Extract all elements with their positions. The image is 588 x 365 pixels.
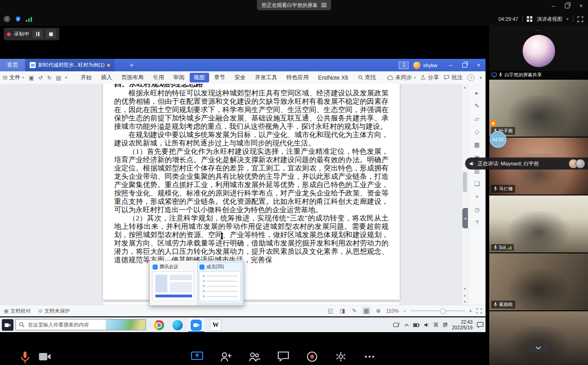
web-view-icon[interactable]: ⊕ — [375, 307, 382, 315]
wps-minimize-button[interactable]: – — [444, 59, 458, 71]
preview-thumbnail[interactable] — [199, 271, 241, 301]
preview-thumbnail[interactable] — [153, 271, 194, 301]
zoom-knob[interactable] — [440, 308, 446, 314]
zoom-in-button[interactable]: + — [469, 308, 472, 314]
print-icon[interactable]: ▤ — [56, 75, 61, 81]
sidebar-scroll-down-button[interactable] — [528, 343, 549, 352]
close-button[interactable]: × — [574, 0, 588, 12]
account-chip[interactable]: shykw — [413, 62, 437, 69]
restore-button[interactable] — [560, 0, 574, 12]
preview-window-meeting[interactable]: 腾讯会议 — [151, 262, 195, 304]
redo-icon[interactable]: ↻ — [47, 75, 51, 81]
protection-button[interactable]: ⊘ 文档未保护 — [38, 308, 70, 315]
note-tool-icon[interactable]: ❏ — [474, 180, 480, 187]
page-view-icon[interactable]: ▤ — [362, 307, 370, 315]
ribbon-tab-endnote[interactable]: EndNote X6 — [314, 74, 352, 82]
banner-menu-icon[interactable] — [321, 5, 326, 6]
zoom-slider[interactable] — [410, 310, 465, 311]
scroll-down-icon[interactable]: ▾ — [464, 285, 466, 292]
file-menu-button[interactable]: 文件 ▾ — [3, 74, 24, 82]
prev-page-icon[interactable]: ▴ — [464, 292, 466, 298]
preview-window-members[interactable]: 成员(35) — [198, 262, 242, 304]
ribbon-tab-view[interactable]: 视图 — [190, 73, 209, 82]
camera-toggle-button[interactable] — [39, 351, 51, 363]
tile-participant[interactable]: 叶子雨 — [489, 80, 588, 137]
help-tool-icon[interactable]: ? — [475, 219, 479, 226]
security-shield-icon[interactable] — [15, 16, 21, 22]
edit-mode-icon[interactable]: ✎ — [351, 307, 358, 315]
qat-caret-icon[interactable]: ▾ — [65, 76, 67, 80]
zoom-out-button[interactable]: − — [403, 308, 406, 314]
proofread-button[interactable]: ▣ 文档校对 — [4, 308, 31, 315]
chat-button[interactable] — [277, 351, 289, 363]
document-page[interactable]: 四、永旺村规划的理念思路 根据永旺村的特征可以发现这种城郊型村庄具有空间区域、经… — [103, 84, 400, 300]
settings-button[interactable] — [335, 351, 347, 363]
taskbar-chrome-icon[interactable] — [151, 318, 167, 332]
taskbar-edge-icon[interactable] — [170, 318, 185, 332]
view-mode-button[interactable]: 演讲者视图 — [537, 16, 562, 23]
tile-participant[interactable] — [489, 311, 588, 365]
fit-page-icon[interactable]: ◱ — [326, 307, 334, 315]
ribbon-tab-review[interactable]: 审阅 — [169, 73, 189, 82]
document-scrollbar[interactable]: ▴ ▾ ▴ ▾ — [461, 84, 468, 305]
ribbon-tab-page-layout[interactable]: 页面布局 — [117, 73, 148, 82]
save-icon[interactable]: ▣ — [29, 75, 34, 81]
table-tool-icon[interactable]: ▦ — [474, 141, 479, 148]
share-button[interactable]: 分享 — [421, 74, 439, 82]
ribbon-tab-security[interactable]: 安全 — [230, 73, 250, 82]
new-tab-button[interactable]: ＋ — [128, 61, 135, 69]
more-button[interactable] — [364, 351, 376, 363]
ribbon-tab-start[interactable]: 开始 — [77, 73, 96, 82]
ribbon-tab-special-apps[interactable]: 特色应用 — [282, 73, 313, 82]
comment-button[interactable]: 批注 — [444, 74, 462, 82]
wps-document-tab[interactable]: W 新时代城郊型乡...旺村为例(1) — [25, 59, 115, 71]
minimize-button[interactable]: – — [546, 0, 560, 12]
network-signal-icon[interactable] — [26, 16, 32, 22]
fullscreen-doc-icon[interactable] — [476, 308, 482, 314]
tile-screen-sharer[interactable]: ︿ 白宇然的屏幕共享 — [489, 25, 588, 79]
cloud-sync-button[interactable]: 未同步 ▾ — [387, 74, 415, 82]
tile-participant[interactable]: Sol — [489, 195, 588, 252]
members-button[interactable] — [249, 351, 261, 363]
shape-tool-icon[interactable]: ◇ — [475, 128, 479, 135]
undo-icon[interactable]: ↺ — [38, 75, 43, 81]
pause-recording-button[interactable] — [32, 30, 43, 38]
meeting-info-icon[interactable]: i — [4, 16, 10, 22]
battery-icon[interactable] — [413, 323, 420, 327]
record-button[interactable] — [306, 351, 318, 363]
tray-chevron-up-icon[interactable] — [404, 323, 409, 327]
action-center-icon[interactable] — [477, 322, 484, 328]
fullscreen-icon[interactable] — [577, 16, 583, 22]
next-page-icon[interactable]: ▾ — [464, 298, 466, 305]
ribbon-collapse-icon[interactable]: ▾ — [479, 76, 482, 80]
taskbar-meeting-icon[interactable] — [188, 318, 204, 332]
wps-home-tab[interactable]: 首页 — [0, 59, 25, 71]
speaker-icon[interactable] — [424, 322, 429, 327]
stop-recording-button[interactable] — [46, 30, 56, 38]
add-tool-icon[interactable]: + — [475, 193, 479, 200]
ribbon-tab-insert[interactable]: 插入 — [97, 73, 116, 82]
ribbon-tab-references[interactable]: 引用 — [149, 73, 168, 82]
invite-button[interactable] — [220, 351, 232, 363]
sidebar-chevron-up-icon[interactable]: ︿ — [537, 26, 541, 33]
help-button[interactable]: ? — [467, 74, 474, 81]
search-highlight-image[interactable] — [106, 320, 146, 330]
meeting-mini-window[interactable] — [2, 319, 13, 331]
find-button[interactable]: 查找 — [358, 74, 376, 82]
ime-mode-indicator[interactable]: 拼 — [443, 321, 448, 328]
scrollbar-thumb[interactable] — [463, 172, 467, 192]
eraser-tool-icon[interactable]: ▱ — [475, 115, 479, 122]
edit-tool-icon[interactable]: ✎ — [474, 102, 479, 109]
taskbar-w-app-icon[interactable]: W — [208, 318, 224, 332]
two-page-view-icon[interactable]: ◨ — [339, 307, 346, 315]
wps-close-button[interactable]: × — [472, 59, 486, 71]
task-pane-handle[interactable]: ◂ — [462, 208, 468, 228]
view-mode-caret-icon[interactable]: ▾ — [566, 17, 569, 21]
ink-workspace-icon[interactable] — [393, 322, 400, 328]
ime-language-indicator[interactable]: 英 — [434, 321, 439, 328]
meeting-timer-bubble[interactable]: 54:52 — [490, 131, 506, 148]
window-count-badge[interactable]: 1 — [399, 62, 409, 69]
share-screen-button[interactable] — [191, 351, 203, 363]
select-tool-icon[interactable]: ▸ — [475, 89, 479, 96]
taskbar-search-box[interactable]: 在这里输入你要搜索的内容 — [15, 319, 146, 330]
